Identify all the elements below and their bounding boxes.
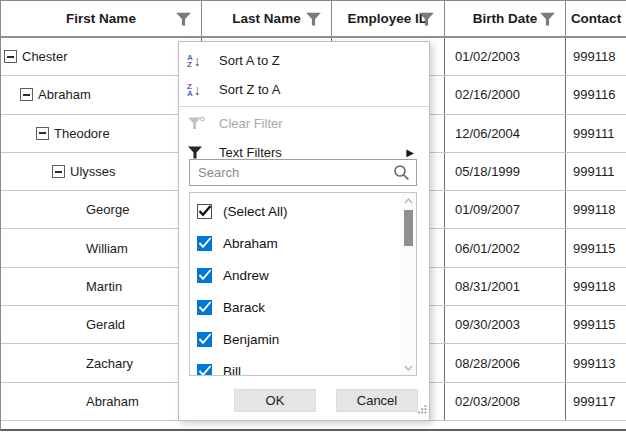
filter-funnel-icon[interactable] — [418, 11, 435, 30]
treegrid-screen: First Name Last Name Employee ID Birth D… — [0, 0, 626, 436]
sort-z-to-a-icon: ZA↓ — [187, 83, 213, 97]
clear-filter-funnel-icon — [187, 116, 213, 131]
checkbox[interactable] — [197, 204, 212, 219]
filter-list-item[interactable]: Abraham — [190, 227, 401, 259]
menu-item-clear-filter[interactable]: Clear Filter — [179, 109, 429, 138]
first-name-cell: William — [1, 229, 202, 266]
collapse-expander-icon[interactable] — [4, 50, 17, 63]
birth-date-cell: 01/02/2003 — [445, 38, 566, 75]
first-name-cell: Gerald — [1, 306, 202, 343]
contact-cell: 999113 — [566, 344, 626, 381]
first-name-cell: Chester — [1, 38, 202, 75]
menu-item-sort-z-to-a[interactable]: ZA↓ Sort Z to A — [179, 75, 429, 104]
checkbox[interactable] — [197, 236, 212, 251]
birth-date-cell: 09/30/2003 — [445, 306, 566, 343]
filter-list-item[interactable]: Andrew — [190, 259, 401, 291]
first-name-text: Gerald — [86, 317, 125, 332]
first-name-text: Martin — [86, 279, 122, 294]
birth-date-cell: 06/01/2002 — [445, 229, 566, 266]
first-name-cell: Abraham — [1, 76, 202, 113]
first-name-cell: Ulysses — [1, 153, 202, 190]
checkbox-label: Andrew — [223, 268, 269, 283]
cancel-button[interactable]: Cancel — [336, 389, 418, 412]
column-header-label: Birth Date — [473, 11, 538, 26]
contact-cell: 999111 — [566, 153, 626, 190]
column-header-label: Employee ID — [347, 11, 428, 26]
filter-funnel-icon[interactable] — [175, 11, 192, 30]
contact-cell: 999118 — [566, 191, 626, 228]
first-name-cell: Zachary — [1, 344, 202, 381]
checkbox-label: Bill — [223, 364, 241, 376]
checkbox[interactable] — [197, 300, 212, 315]
menu-item-label: Text Filters — [219, 145, 282, 160]
contact-cell: 999116 — [566, 76, 626, 113]
birth-date-cell: 02/03/2008 — [445, 383, 566, 420]
menu-item-label: Clear Filter — [219, 116, 283, 131]
search-box — [189, 159, 417, 186]
checkbox[interactable] — [197, 364, 212, 376]
right-arrow-icon: ▶ — [406, 147, 421, 158]
filter-list-item[interactable]: Bill — [190, 355, 401, 375]
filter-list-item[interactable]: Benjamin — [190, 323, 401, 355]
resize-grip-icon[interactable] — [417, 400, 427, 418]
collapse-expander-icon[interactable] — [36, 127, 49, 140]
search-input[interactable] — [190, 160, 393, 185]
filter-funnel-icon[interactable] — [539, 11, 556, 30]
contact-cell: 999118 — [566, 38, 626, 75]
first-name-text: Chester — [22, 49, 68, 64]
first-name-cell: Theodore — [1, 115, 202, 152]
scroll-up-icon[interactable] — [401, 193, 416, 208]
checkbox[interactable] — [197, 268, 212, 283]
first-name-text: George — [86, 202, 129, 217]
filter-menu: AZ↓ Sort A to Z ZA↓ Sort Z to A Clear — [179, 42, 429, 167]
filter-popup: AZ↓ Sort A to Z ZA↓ Sort Z to A Clear — [178, 41, 430, 421]
first-name-cell: George — [1, 191, 202, 228]
birth-date-cell: 12/06/2004 — [445, 115, 566, 152]
column-header-birth-date[interactable]: Birth Date — [445, 1, 566, 36]
birth-date-cell: 05/18/1999 — [445, 153, 566, 190]
column-header-first-name[interactable]: First Name — [1, 1, 202, 36]
menu-item-label: Sort Z to A — [219, 82, 280, 97]
first-name-cell: Abraham — [1, 383, 202, 420]
scroll-down-icon[interactable] — [401, 360, 416, 375]
first-name-cell: Martin — [1, 268, 202, 305]
menu-separator — [179, 106, 429, 107]
grid-header-row: First Name Last Name Employee ID Birth D… — [1, 1, 626, 38]
collapse-expander-icon[interactable] — [20, 88, 33, 101]
contact-cell: 999115 — [566, 306, 626, 343]
checkbox-label: Abraham — [223, 236, 278, 251]
checkbox[interactable] — [197, 332, 212, 347]
menu-item-label: Sort A to Z — [219, 53, 280, 68]
scrollbar[interactable] — [401, 193, 416, 375]
first-name-text: Ulysses — [70, 164, 116, 179]
contact-cell: 999118 — [566, 268, 626, 305]
checkbox-label: Barack — [223, 300, 265, 315]
column-header-last-name[interactable]: Last Name — [202, 1, 332, 36]
column-header-contact[interactable]: Contact — [566, 1, 626, 36]
collapse-expander-icon[interactable] — [52, 165, 65, 178]
checklist-items: (Select All) Abraham Andrew Barack Benja… — [190, 193, 401, 375]
first-name-text: Theodore — [54, 126, 110, 141]
scrollbar-thumb[interactable] — [404, 210, 413, 246]
first-name-text: Abraham — [86, 394, 139, 409]
filter-funnel-icon[interactable] — [305, 11, 322, 30]
column-header-label: Contact — [571, 11, 621, 26]
column-header-label: Last Name — [232, 11, 300, 26]
column-header-employee-id[interactable]: Employee ID — [332, 1, 445, 36]
birth-date-cell: 01/09/2007 — [445, 191, 566, 228]
column-header-label: First Name — [66, 11, 136, 26]
filter-checklist: (Select All) Abraham Andrew Barack Benja… — [189, 192, 417, 376]
first-name-text: Zachary — [86, 356, 133, 371]
birth-date-cell: 08/31/2001 — [445, 268, 566, 305]
magnifier-icon[interactable] — [393, 164, 410, 181]
first-name-text: William — [86, 241, 128, 256]
birth-date-cell: 02/16/2000 — [445, 76, 566, 113]
filter-list-item[interactable]: Barack — [190, 291, 401, 323]
checkbox-label: (Select All) — [223, 204, 288, 219]
filter-list-item[interactable]: (Select All) — [190, 195, 401, 227]
contact-cell: 999115 — [566, 229, 626, 266]
ok-button[interactable]: OK — [234, 389, 316, 412]
first-name-text: Abraham — [38, 87, 91, 102]
checkbox-label: Benjamin — [223, 332, 279, 347]
menu-item-sort-a-to-z[interactable]: AZ↓ Sort A to Z — [179, 46, 429, 75]
